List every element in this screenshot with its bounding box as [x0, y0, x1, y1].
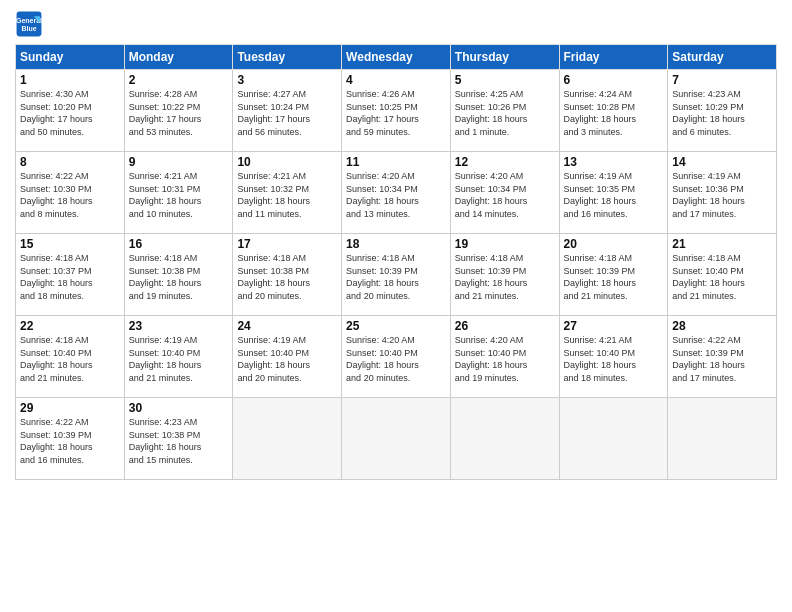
calendar-cell: 2Sunrise: 4:28 AM Sunset: 10:22 PM Dayli… — [124, 70, 233, 152]
calendar-cell: 23Sunrise: 4:19 AM Sunset: 10:40 PM Dayl… — [124, 316, 233, 398]
calendar-cell: 22Sunrise: 4:18 AM Sunset: 10:40 PM Dayl… — [16, 316, 125, 398]
calendar-week-3: 15Sunrise: 4:18 AM Sunset: 10:37 PM Dayl… — [16, 234, 777, 316]
day-info: Sunrise: 4:27 AM Sunset: 10:24 PM Daylig… — [237, 88, 337, 138]
day-number: 2 — [129, 73, 229, 87]
day-info: Sunrise: 4:21 AM Sunset: 10:40 PM Daylig… — [564, 334, 664, 384]
day-info: Sunrise: 4:18 AM Sunset: 10:39 PM Daylig… — [564, 252, 664, 302]
weekday-header-friday: Friday — [559, 45, 668, 70]
calendar-cell — [450, 398, 559, 480]
day-number: 6 — [564, 73, 664, 87]
day-info: Sunrise: 4:24 AM Sunset: 10:28 PM Daylig… — [564, 88, 664, 138]
weekday-header-tuesday: Tuesday — [233, 45, 342, 70]
weekday-header-sunday: Sunday — [16, 45, 125, 70]
day-number: 16 — [129, 237, 229, 251]
weekday-header-row: SundayMondayTuesdayWednesdayThursdayFrid… — [16, 45, 777, 70]
calendar-cell: 18Sunrise: 4:18 AM Sunset: 10:39 PM Dayl… — [342, 234, 451, 316]
calendar-cell — [233, 398, 342, 480]
day-number: 1 — [20, 73, 120, 87]
day-info: Sunrise: 4:18 AM Sunset: 10:39 PM Daylig… — [455, 252, 555, 302]
day-number: 23 — [129, 319, 229, 333]
day-info: Sunrise: 4:20 AM Sunset: 10:40 PM Daylig… — [455, 334, 555, 384]
weekday-header-thursday: Thursday — [450, 45, 559, 70]
day-number: 5 — [455, 73, 555, 87]
calendar-cell: 10Sunrise: 4:21 AM Sunset: 10:32 PM Dayl… — [233, 152, 342, 234]
calendar-week-5: 29Sunrise: 4:22 AM Sunset: 10:39 PM Dayl… — [16, 398, 777, 480]
calendar-cell: 19Sunrise: 4:18 AM Sunset: 10:39 PM Dayl… — [450, 234, 559, 316]
day-info: Sunrise: 4:18 AM Sunset: 10:40 PM Daylig… — [672, 252, 772, 302]
day-number: 7 — [672, 73, 772, 87]
day-number: 27 — [564, 319, 664, 333]
calendar-cell: 13Sunrise: 4:19 AM Sunset: 10:35 PM Dayl… — [559, 152, 668, 234]
day-info: Sunrise: 4:22 AM Sunset: 10:39 PM Daylig… — [20, 416, 120, 466]
weekday-header-monday: Monday — [124, 45, 233, 70]
day-info: Sunrise: 4:22 AM Sunset: 10:39 PM Daylig… — [672, 334, 772, 384]
calendar-cell: 14Sunrise: 4:19 AM Sunset: 10:36 PM Dayl… — [668, 152, 777, 234]
day-info: Sunrise: 4:23 AM Sunset: 10:38 PM Daylig… — [129, 416, 229, 466]
logo: General Blue — [15, 10, 47, 38]
calendar-cell: 28Sunrise: 4:22 AM Sunset: 10:39 PM Dayl… — [668, 316, 777, 398]
calendar-cell: 3Sunrise: 4:27 AM Sunset: 10:24 PM Dayli… — [233, 70, 342, 152]
logo-icon: General Blue — [15, 10, 43, 38]
calendar-week-2: 8Sunrise: 4:22 AM Sunset: 10:30 PM Dayli… — [16, 152, 777, 234]
day-info: Sunrise: 4:22 AM Sunset: 10:30 PM Daylig… — [20, 170, 120, 220]
day-info: Sunrise: 4:18 AM Sunset: 10:38 PM Daylig… — [237, 252, 337, 302]
day-number: 28 — [672, 319, 772, 333]
day-info: Sunrise: 4:18 AM Sunset: 10:37 PM Daylig… — [20, 252, 120, 302]
day-number: 25 — [346, 319, 446, 333]
day-number: 11 — [346, 155, 446, 169]
day-number: 10 — [237, 155, 337, 169]
day-number: 29 — [20, 401, 120, 415]
day-info: Sunrise: 4:21 AM Sunset: 10:31 PM Daylig… — [129, 170, 229, 220]
day-info: Sunrise: 4:19 AM Sunset: 10:35 PM Daylig… — [564, 170, 664, 220]
day-number: 22 — [20, 319, 120, 333]
day-number: 3 — [237, 73, 337, 87]
day-info: Sunrise: 4:21 AM Sunset: 10:32 PM Daylig… — [237, 170, 337, 220]
day-info: Sunrise: 4:20 AM Sunset: 10:40 PM Daylig… — [346, 334, 446, 384]
day-number: 12 — [455, 155, 555, 169]
page: General Blue SundayMondayTuesdayWednesda… — [0, 0, 792, 612]
calendar-cell: 17Sunrise: 4:18 AM Sunset: 10:38 PM Dayl… — [233, 234, 342, 316]
day-info: Sunrise: 4:25 AM Sunset: 10:26 PM Daylig… — [455, 88, 555, 138]
calendar-cell: 4Sunrise: 4:26 AM Sunset: 10:25 PM Dayli… — [342, 70, 451, 152]
calendar-cell: 7Sunrise: 4:23 AM Sunset: 10:29 PM Dayli… — [668, 70, 777, 152]
day-number: 15 — [20, 237, 120, 251]
calendar-cell — [559, 398, 668, 480]
calendar-cell: 24Sunrise: 4:19 AM Sunset: 10:40 PM Dayl… — [233, 316, 342, 398]
day-number: 26 — [455, 319, 555, 333]
calendar-cell: 8Sunrise: 4:22 AM Sunset: 10:30 PM Dayli… — [16, 152, 125, 234]
day-info: Sunrise: 4:18 AM Sunset: 10:40 PM Daylig… — [20, 334, 120, 384]
day-number: 14 — [672, 155, 772, 169]
day-info: Sunrise: 4:26 AM Sunset: 10:25 PM Daylig… — [346, 88, 446, 138]
calendar-cell: 1Sunrise: 4:30 AM Sunset: 10:20 PM Dayli… — [16, 70, 125, 152]
day-number: 13 — [564, 155, 664, 169]
calendar-week-4: 22Sunrise: 4:18 AM Sunset: 10:40 PM Dayl… — [16, 316, 777, 398]
day-info: Sunrise: 4:18 AM Sunset: 10:39 PM Daylig… — [346, 252, 446, 302]
calendar-cell: 6Sunrise: 4:24 AM Sunset: 10:28 PM Dayli… — [559, 70, 668, 152]
day-number: 19 — [455, 237, 555, 251]
day-number: 24 — [237, 319, 337, 333]
calendar-cell — [668, 398, 777, 480]
day-number: 4 — [346, 73, 446, 87]
day-info: Sunrise: 4:18 AM Sunset: 10:38 PM Daylig… — [129, 252, 229, 302]
calendar-cell: 20Sunrise: 4:18 AM Sunset: 10:39 PM Dayl… — [559, 234, 668, 316]
calendar-table: SundayMondayTuesdayWednesdayThursdayFrid… — [15, 44, 777, 480]
calendar-cell — [342, 398, 451, 480]
day-number: 8 — [20, 155, 120, 169]
day-info: Sunrise: 4:19 AM Sunset: 10:36 PM Daylig… — [672, 170, 772, 220]
calendar-cell: 11Sunrise: 4:20 AM Sunset: 10:34 PM Dayl… — [342, 152, 451, 234]
day-info: Sunrise: 4:19 AM Sunset: 10:40 PM Daylig… — [129, 334, 229, 384]
calendar-cell: 12Sunrise: 4:20 AM Sunset: 10:34 PM Dayl… — [450, 152, 559, 234]
calendar-cell: 29Sunrise: 4:22 AM Sunset: 10:39 PM Dayl… — [16, 398, 125, 480]
day-info: Sunrise: 4:19 AM Sunset: 10:40 PM Daylig… — [237, 334, 337, 384]
day-info: Sunrise: 4:28 AM Sunset: 10:22 PM Daylig… — [129, 88, 229, 138]
svg-text:Blue: Blue — [21, 25, 36, 32]
day-number: 30 — [129, 401, 229, 415]
day-number: 9 — [129, 155, 229, 169]
calendar-week-1: 1Sunrise: 4:30 AM Sunset: 10:20 PM Dayli… — [16, 70, 777, 152]
day-info: Sunrise: 4:30 AM Sunset: 10:20 PM Daylig… — [20, 88, 120, 138]
header: General Blue — [15, 10, 777, 38]
calendar-cell: 30Sunrise: 4:23 AM Sunset: 10:38 PM Dayl… — [124, 398, 233, 480]
calendar-cell: 9Sunrise: 4:21 AM Sunset: 10:31 PM Dayli… — [124, 152, 233, 234]
day-number: 20 — [564, 237, 664, 251]
calendar-cell: 15Sunrise: 4:18 AM Sunset: 10:37 PM Dayl… — [16, 234, 125, 316]
